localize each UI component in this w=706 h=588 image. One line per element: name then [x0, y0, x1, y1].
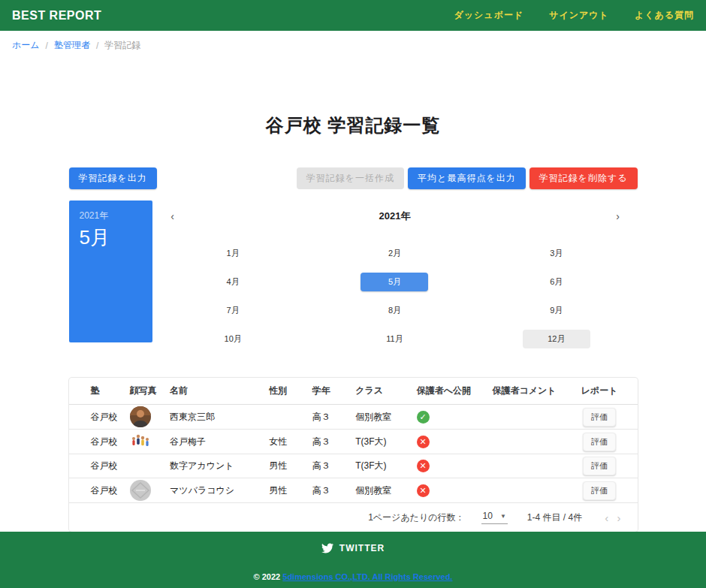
month-cell-12月[interactable]: 12月 — [523, 330, 590, 348]
month-cell-4月[interactable]: 4月 — [199, 273, 267, 291]
column-header-grade: 学年 — [306, 378, 349, 405]
breadcrumb-separator: / — [96, 41, 98, 51]
cell-grade: 高３ — [306, 430, 349, 454]
month-cell-10月[interactable]: 10月 — [199, 330, 267, 348]
pagination-range-label: 1-4 件目 / 4件 — [527, 511, 582, 524]
month-cell-5月[interactable]: 5月 — [361, 273, 428, 291]
actions-row: 学習記録を出力 学習記録を一括作成 平均と最高得点を出力 学習記録を削除する — [69, 167, 638, 189]
avatar-placeholder-icon — [130, 480, 158, 501]
column-header-name: 名前 — [164, 378, 263, 405]
evaluate-button[interactable]: 評価 — [583, 408, 616, 427]
selected-year-label: 2021年 — [80, 210, 152, 222]
month-cell-3月[interactable]: 3月 — [523, 244, 590, 263]
month-cell-8月[interactable]: 8月 — [361, 301, 428, 320]
copyright: © 2022 5dimensions CO.,LTD. All Rights R… — [254, 572, 453, 581]
cell-gender: 男性 — [263, 454, 306, 478]
calendar-header: ‹ 2021年 › — [152, 207, 638, 226]
cell-report: 評価 — [574, 430, 638, 454]
month-calendar: ‹ 2021年 › 1月2月3月4月5月6月7月8月9月10月11月12月 — [152, 201, 638, 342]
cell-name: 谷戸梅子 — [164, 430, 263, 454]
cell-photo — [124, 430, 164, 454]
nav-link-dashboard[interactable]: ダッシュボード — [454, 9, 524, 22]
export-records-button[interactable]: 学習記録を出力 — [69, 167, 157, 189]
table-row: 谷戸校マツバラコウシ男性高３個別教室✕評価 — [69, 478, 638, 503]
prev-year-button[interactable]: ‹ — [163, 207, 183, 226]
selected-date-panel: 2021年 5月 — [69, 201, 152, 342]
cell-school: 谷戸校 — [69, 430, 124, 454]
cell-school: 谷戸校 — [69, 454, 124, 478]
records-table-card: 塾顔写真名前性別学年クラス保護者へ公開保護者コメントレポート 谷戸校西東京三郎高… — [69, 378, 638, 532]
export-averages-button[interactable]: 平均と最高得点を出力 — [408, 167, 526, 189]
breadcrumb-item-juku-admin[interactable]: 塾管理者 — [54, 39, 90, 52]
avatar-group-photo — [130, 431, 158, 452]
twitter-bird-icon — [321, 543, 333, 553]
caret-down-icon: ▼ — [500, 513, 506, 520]
evaluate-button[interactable]: 評価 — [583, 433, 616, 451]
evaluate-button[interactable]: 評価 — [583, 481, 616, 500]
breadcrumb-separator: / — [46, 41, 48, 51]
month-cell-9月[interactable]: 9月 — [523, 301, 590, 320]
cell-report: 評価 — [574, 478, 638, 503]
nav-link-signout[interactable]: サインアウト — [549, 9, 609, 22]
cell-report: 評価 — [574, 454, 638, 478]
cell-school: 谷戸校 — [69, 478, 124, 503]
cell-gender: 女性 — [263, 430, 306, 454]
cell-photo — [124, 454, 164, 478]
cell-name: 西東京三郎 — [164, 405, 263, 430]
records-table: 塾顔写真名前性別学年クラス保護者へ公開保護者コメントレポート 谷戸校西東京三郎高… — [69, 378, 638, 503]
breadcrumb: ホーム/塾管理者/学習記録 — [0, 31, 706, 58]
chevron-left-icon: ‹ — [170, 210, 174, 222]
cell-school: 谷戸校 — [69, 405, 124, 430]
nav-link-faq[interactable]: よくある質問 — [635, 9, 694, 22]
month-cell-1月[interactable]: 1月 — [199, 244, 267, 263]
table-body: 谷戸校西東京三郎高３個別教室✓評価谷戸校谷戸梅子女性高３T(3F大)✕評価谷戸校… — [69, 405, 638, 503]
rows-per-page-select[interactable]: 10 ▼ — [481, 511, 508, 524]
brand-title: BEST REPORT — [12, 9, 101, 23]
cell-class: T(3F大) — [349, 454, 410, 478]
next-year-button[interactable]: › — [608, 207, 628, 226]
month-cell-7月[interactable]: 7月 — [199, 301, 267, 320]
table-row: 谷戸校西東京三郎高３個別教室✓評価 — [69, 405, 638, 430]
page-title: 谷戸校 学習記録一覧 — [0, 113, 706, 137]
column-header-report: レポート — [574, 378, 638, 405]
copyright-company-link[interactable]: 5dimensions CO.,LTD. All Rights Reserved… — [282, 572, 452, 581]
month-cell-2月[interactable]: 2月 — [361, 244, 428, 263]
pagination-prev-button[interactable]: ‹ — [602, 511, 611, 524]
column-header-gender: 性別 — [263, 378, 306, 405]
check-circle-icon: ✓ — [417, 411, 430, 424]
cell-photo — [124, 405, 164, 430]
cell-visible-to-parents: ✕ — [411, 454, 487, 478]
month-picker: 2021年 5月 ‹ 2021年 › 1月2月3月4月5月6月7月8月9月10月… — [69, 201, 638, 342]
x-circle-icon: ✕ — [417, 484, 430, 497]
cell-visible-to-parents: ✓ — [411, 405, 487, 430]
pagination-next-button[interactable]: › — [614, 511, 624, 524]
cell-grade: 高３ — [306, 478, 349, 503]
cell-parent-comment — [486, 430, 573, 454]
x-circle-icon: ✕ — [417, 460, 430, 472]
cell-parent-comment — [486, 478, 573, 503]
month-cell-6月[interactable]: 6月 — [523, 273, 590, 291]
column-header-comment: 保護者コメント — [486, 378, 573, 405]
main-content: 学習記録を出力 学習記録を一括作成 平均と最高得点を出力 学習記録を削除する 2… — [69, 137, 638, 532]
cell-class: T(3F大) — [349, 430, 410, 454]
rows-per-page-value: 10 — [483, 511, 493, 521]
twitter-link[interactable]: TWITTER — [321, 543, 385, 553]
delete-records-button[interactable]: 学習記録を削除する — [530, 167, 638, 189]
calendar-year-label: 2021年 — [152, 207, 638, 226]
chevron-right-icon: › — [616, 210, 620, 222]
breadcrumb-item-home[interactable]: ホーム — [12, 39, 40, 52]
month-grid: 1月2月3月4月5月6月7月8月9月10月11月12月 — [152, 239, 638, 353]
header-nav: ダッシュボードサインアウトよくある質問 — [454, 9, 695, 22]
cell-name: 数字アカウント — [164, 454, 263, 478]
month-cell-11月[interactable]: 11月 — [361, 330, 428, 348]
table-row: 谷戸校数字アカウント男性高３T(3F大)✕評価 — [69, 454, 638, 478]
cell-visible-to-parents: ✕ — [411, 430, 487, 454]
bulk-create-button[interactable]: 学習記録を一括作成 — [297, 167, 404, 189]
selected-month-label: 5月 — [80, 225, 152, 251]
rows-per-page: 1ページあたりの行数： 10 ▼ — [368, 511, 508, 524]
cell-grade: 高３ — [306, 405, 349, 430]
breadcrumb-item-study-records: 学習記録 — [104, 39, 140, 52]
evaluate-button[interactable]: 評価 — [583, 457, 616, 475]
column-header-class: クラス — [349, 378, 410, 405]
cell-gender: 男性 — [263, 478, 306, 503]
